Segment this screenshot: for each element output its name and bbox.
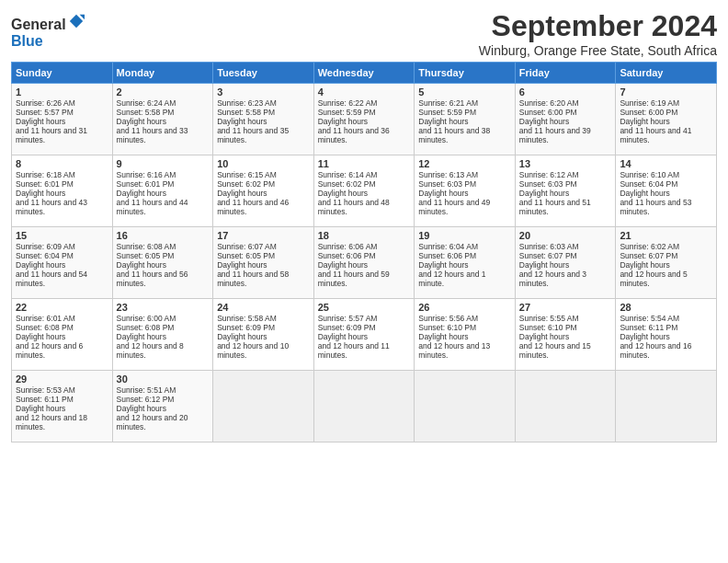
daylight-label: Daylight hours	[318, 260, 368, 270]
calendar-cell	[616, 371, 717, 442]
sunrise-text: Sunrise: 6:23 AM	[217, 98, 277, 108]
calendar-cell: 28Sunrise: 5:54 AMSunset: 6:11 PMDayligh…	[616, 299, 717, 371]
sunset-text: Sunset: 6:07 PM	[519, 251, 577, 260]
calendar-cell: 20Sunrise: 6:03 AMSunset: 6:07 PMDayligh…	[515, 227, 616, 299]
calendar-cell: 3Sunrise: 6:23 AMSunset: 5:58 PMDaylight…	[213, 84, 314, 155]
col-saturday: Saturday	[616, 63, 717, 84]
sunrise-text: Sunrise: 6:22 AM	[318, 98, 378, 108]
daylight-label: Daylight hours	[217, 117, 267, 126]
day-number: 12	[418, 158, 511, 169]
day-number: 15	[16, 230, 108, 241]
day-number: 11	[318, 158, 411, 169]
day-number: 25	[318, 302, 411, 313]
daylight-label: Daylight hours	[217, 260, 267, 270]
sunset-text: Sunset: 6:07 PM	[620, 251, 677, 260]
day-number: 14	[620, 158, 712, 169]
daylight-duration: and 11 hours and 43 minutes.	[16, 198, 87, 216]
daylight-duration: and 11 hours and 51 minutes.	[519, 198, 591, 216]
calendar-cell: 24Sunrise: 5:58 AMSunset: 6:09 PMDayligh…	[213, 299, 314, 371]
daylight-label: Daylight hours	[418, 189, 468, 198]
logo-general: General	[11, 17, 66, 32]
sunset-text: Sunset: 6:09 PM	[217, 323, 275, 332]
daylight-duration: and 12 hours and 3 minutes.	[519, 270, 586, 288]
page-container: General Blue September 2024 Winburg, Ora…	[0, 0, 728, 452]
sunrise-text: Sunrise: 6:00 AM	[117, 314, 176, 323]
daylight-label: Daylight hours	[519, 189, 569, 198]
daylight-duration: and 11 hours and 54 minutes.	[16, 270, 87, 288]
svg-marker-0	[69, 15, 82, 28]
daylight-label: Daylight hours	[16, 332, 65, 341]
daylight-duration: and 12 hours and 15 minutes.	[519, 341, 591, 360]
sunset-text: Sunset: 6:11 PM	[16, 395, 74, 404]
daylight-label: Daylight hours	[318, 189, 368, 198]
calendar-cell: 11Sunrise: 6:14 AMSunset: 6:02 PMDayligh…	[313, 155, 415, 227]
col-thursday: Thursday	[415, 63, 516, 84]
sunset-text: Sunset: 5:58 PM	[117, 108, 175, 117]
sunset-text: Sunset: 6:04 PM	[620, 179, 677, 189]
daylight-label: Daylight hours	[519, 332, 569, 341]
sunset-text: Sunset: 6:00 PM	[620, 108, 677, 117]
logo-icon	[68, 13, 85, 29]
calendar-cell: 5Sunrise: 6:21 AMSunset: 5:59 PMDaylight…	[415, 84, 516, 155]
calendar-week-1: 1Sunrise: 6:26 AMSunset: 5:57 PMDaylight…	[12, 84, 717, 155]
day-number: 19	[418, 230, 511, 241]
daylight-label: Daylight hours	[418, 332, 468, 341]
calendar-cell: 12Sunrise: 6:13 AMSunset: 6:03 PMDayligh…	[415, 155, 516, 227]
day-number: 17	[217, 230, 310, 241]
sunset-text: Sunset: 6:08 PM	[16, 323, 74, 332]
sunset-text: Sunset: 6:06 PM	[418, 251, 476, 260]
day-number: 30	[117, 373, 210, 385]
sunrise-text: Sunrise: 6:06 AM	[318, 242, 378, 251]
sunset-text: Sunset: 6:01 PM	[16, 179, 74, 189]
sunrise-text: Sunrise: 6:18 AM	[16, 170, 75, 179]
calendar-week-4: 22Sunrise: 6:01 AMSunset: 6:08 PMDayligh…	[12, 299, 717, 371]
day-number: 6	[519, 86, 612, 98]
calendar-cell: 7Sunrise: 6:19 AMSunset: 6:00 PMDaylight…	[616, 84, 717, 155]
sunrise-text: Sunrise: 6:09 AM	[16, 242, 75, 251]
calendar-cell: 14Sunrise: 6:10 AMSunset: 6:04 PMDayligh…	[616, 155, 717, 227]
daylight-label: Daylight hours	[117, 332, 166, 341]
calendar-cell: 16Sunrise: 6:08 AMSunset: 6:05 PMDayligh…	[112, 227, 213, 299]
day-number: 8	[16, 158, 108, 169]
calendar-cell: 10Sunrise: 6:15 AMSunset: 6:02 PMDayligh…	[213, 155, 314, 227]
daylight-duration: and 12 hours and 20 minutes.	[117, 413, 188, 431]
daylight-label: Daylight hours	[117, 404, 166, 413]
sunset-text: Sunset: 6:12 PM	[117, 395, 175, 404]
daylight-duration: and 12 hours and 16 minutes.	[620, 341, 691, 360]
sunrise-text: Sunrise: 6:16 AM	[117, 170, 176, 179]
sunset-text: Sunset: 6:03 PM	[418, 179, 476, 189]
daylight-duration: and 12 hours and 13 minutes.	[418, 341, 490, 360]
sunrise-text: Sunrise: 6:03 AM	[519, 242, 579, 251]
daylight-duration: and 11 hours and 44 minutes.	[117, 198, 188, 216]
daylight-duration: and 12 hours and 6 minutes.	[16, 341, 83, 360]
daylight-label: Daylight hours	[117, 117, 166, 126]
calendar-cell: 8Sunrise: 6:18 AMSunset: 6:01 PMDaylight…	[12, 155, 113, 227]
day-number: 1	[16, 86, 108, 98]
daylight-duration: and 11 hours and 31 minutes.	[16, 126, 87, 144]
sunset-text: Sunset: 6:08 PM	[117, 323, 175, 332]
daylight-duration: and 11 hours and 59 minutes.	[318, 270, 390, 288]
day-number: 2	[117, 86, 210, 98]
sunrise-text: Sunrise: 6:19 AM	[620, 98, 679, 108]
daylight-label: Daylight hours	[217, 332, 267, 341]
calendar-cell: 6Sunrise: 6:20 AMSunset: 6:00 PMDaylight…	[515, 84, 616, 155]
col-wednesday: Wednesday	[313, 63, 415, 84]
header-row: Sunday Monday Tuesday Wednesday Thursday…	[12, 63, 717, 84]
daylight-duration: and 11 hours and 38 minutes.	[418, 126, 490, 144]
daylight-duration: and 12 hours and 5 minutes.	[620, 270, 687, 288]
calendar-cell	[515, 371, 616, 442]
sunrise-text: Sunrise: 5:56 AM	[418, 314, 478, 323]
sunrise-text: Sunrise: 6:01 AM	[16, 314, 75, 323]
sunrise-text: Sunrise: 6:10 AM	[620, 170, 679, 179]
daylight-label: Daylight hours	[620, 117, 669, 126]
calendar-cell: 2Sunrise: 6:24 AMSunset: 5:58 PMDaylight…	[112, 84, 213, 155]
sunset-text: Sunset: 6:02 PM	[217, 179, 275, 189]
col-sunday: Sunday	[12, 63, 113, 84]
col-monday: Monday	[112, 63, 213, 84]
day-number: 29	[16, 373, 108, 385]
calendar-cell: 29Sunrise: 5:53 AMSunset: 6:11 PMDayligh…	[12, 371, 113, 442]
daylight-label: Daylight hours	[318, 117, 368, 126]
daylight-duration: and 11 hours and 56 minutes.	[117, 270, 188, 288]
calendar-cell	[415, 371, 516, 442]
daylight-label: Daylight hours	[620, 260, 669, 270]
